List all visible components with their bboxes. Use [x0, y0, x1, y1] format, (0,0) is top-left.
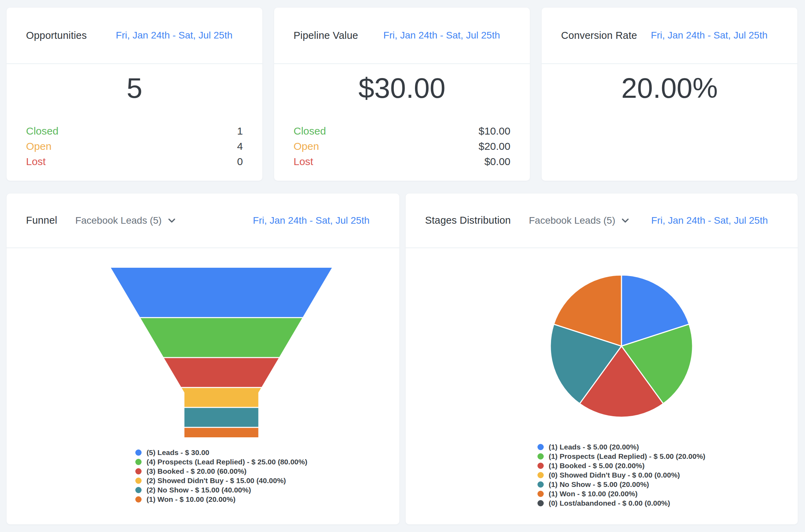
conversion-rate-total: 20.00% — [542, 74, 797, 102]
date-range[interactable]: Fri, Jan 24th - Sat, Jul 25th — [253, 215, 370, 226]
stages-legend: (1) Leads - $ 5.00 (20.00%)(1) Prospects… — [537, 442, 705, 508]
legend-item-4[interactable]: (2) No Show - $ 15.00 (40.00%) — [135, 485, 307, 495]
pipeline-value-breakdown: Closed $10.00 Open $20.00 Lost $0.00 — [294, 126, 510, 172]
funnel-segment-3[interactable] — [182, 388, 261, 407]
pipeline-selector[interactable]: Facebook Leads (5) — [75, 215, 176, 226]
stages-distribution-card-header: Stages Distribution Facebook Leads (5) F… — [406, 194, 798, 248]
pipeline-value-total: $30.00 — [274, 74, 530, 102]
lost-label: Lost — [26, 156, 46, 167]
stat-row-closed: Closed $10.00 — [294, 126, 510, 136]
conversion-rate-card-body: 20.00% — [542, 64, 797, 181]
legend-dot-icon — [537, 453, 544, 460]
stat-row-open: Open 4 — [26, 141, 243, 152]
legend-item-5[interactable]: (1) Won - $ 10.00 (20.00%) — [537, 489, 705, 498]
legend-item-6[interactable]: (0) Lost/abandoned - $ 0.00 (0.00%) — [537, 498, 705, 508]
opportunities-breakdown: Closed 1 Open 4 Lost 0 — [26, 126, 243, 172]
date-range[interactable]: Fri, Jan 24th - Sat, Jul 25th — [116, 30, 232, 41]
conversion-rate-card: Conversion Rate Fri, Jan 24th - Sat, Jul… — [542, 8, 797, 181]
legend-dot-icon — [135, 487, 142, 493]
legend-label: (0) Showed Didn't Buy - $ 0.00 (0.00%) — [549, 471, 680, 479]
closed-label: Closed — [294, 126, 326, 136]
legend-dot-icon — [135, 468, 142, 474]
pie-chart — [550, 274, 693, 418]
legend-item-5[interactable]: (1) Won - $ 10.00 (20.00%) — [135, 495, 307, 504]
pipeline-selector-label: Facebook Leads (5) — [75, 215, 162, 226]
legend-label: (1) No Show - $ 5.00 (20.00%) — [549, 480, 649, 489]
legend-item-1[interactable]: (4) Prospects (Lead Replied) - $ 25.00 (… — [135, 457, 307, 466]
legend-label: (2) No Show - $ 15.00 (40.00%) — [146, 486, 251, 494]
pipeline-value-card-header: Pipeline Value Fri, Jan 24th - Sat, Jul … — [274, 8, 530, 64]
date-range[interactable]: Fri, Jan 24th - Sat, Jul 25th — [651, 30, 768, 41]
legend-label: (1) Won - $ 10.00 (20.00%) — [146, 495, 235, 504]
lost-label: Lost — [294, 156, 313, 167]
funnel-card-body: (5) Leads - $ 30.00(4) Prospects (Lead R… — [7, 248, 399, 524]
legend-dot-icon — [135, 459, 142, 465]
legend-label: (1) Prospects (Lead Replied) - $ 5.00 (2… — [549, 452, 705, 461]
pipeline-value-card-body: $30.00 Closed $10.00 Open $20.00 Lost $0… — [274, 64, 530, 181]
charts-row: Funnel Facebook Leads (5) Fri, Jan 24th … — [7, 194, 797, 524]
legend-dot-icon — [135, 449, 142, 456]
funnel-legend: (5) Leads - $ 30.00(4) Prospects (Lead R… — [135, 448, 307, 504]
conversion-rate-card-header: Conversion Rate Fri, Jan 24th - Sat, Jul… — [542, 8, 797, 64]
legend-label: (1) Leads - $ 5.00 (20.00%) — [549, 443, 639, 451]
legend-label: (3) Booked - $ 20.00 (60.00%) — [146, 467, 246, 475]
legend-item-4[interactable]: (1) No Show - $ 5.00 (20.00%) — [537, 480, 705, 489]
pipeline-value-title: Pipeline Value — [294, 30, 358, 41]
closed-label: Closed — [26, 126, 58, 136]
opportunities-total: 5 — [7, 74, 262, 102]
funnel-chart — [107, 268, 336, 437]
legend-item-1[interactable]: (1) Prospects (Lead Replied) - $ 5.00 (2… — [537, 452, 705, 461]
funnel-segment-2[interactable] — [164, 358, 279, 387]
date-range[interactable]: Fri, Jan 24th - Sat, Jul 25th — [651, 215, 768, 226]
legend-item-0[interactable]: (1) Leads - $ 5.00 (20.00%) — [537, 442, 705, 452]
legend-item-0[interactable]: (5) Leads - $ 30.00 — [135, 448, 307, 457]
opportunities-card: Opportunities Fri, Jan 24th - Sat, Jul 2… — [7, 8, 262, 181]
funnel-segment-0[interactable] — [111, 268, 332, 317]
open-value: 4 — [237, 141, 243, 152]
stages-distribution-card-body: (1) Leads - $ 5.00 (20.00%)(1) Prospects… — [406, 248, 798, 524]
funnel-header-left: Funnel Facebook Leads (5) — [26, 215, 176, 226]
funnel-title: Funnel — [26, 215, 57, 226]
legend-item-2[interactable]: (1) Booked - $ 5.00 (20.00%) — [537, 461, 705, 470]
legend-dot-icon — [537, 491, 544, 497]
legend-item-2[interactable]: (3) Booked - $ 20.00 (60.00%) — [135, 466, 307, 476]
legend-item-3[interactable]: (2) Showed Didn't Buy - $ 15.00 (40.00%) — [135, 476, 307, 485]
date-range[interactable]: Fri, Jan 24th - Sat, Jul 25th — [383, 30, 500, 41]
legend-dot-icon — [537, 500, 544, 506]
conversion-rate-title: Conversion Rate — [561, 30, 637, 41]
opportunities-card-body: 5 Closed 1 Open 4 Lost 0 — [7, 64, 262, 181]
legend-dot-icon — [135, 496, 142, 503]
funnel-segment-5[interactable] — [185, 428, 259, 437]
legend-label: (1) Won - $ 10.00 (20.00%) — [549, 490, 637, 498]
pipeline-selector[interactable]: Facebook Leads (5) — [529, 215, 629, 226]
kpi-row: Opportunities Fri, Jan 24th - Sat, Jul 2… — [7, 8, 797, 181]
chevron-down-icon — [168, 218, 176, 223]
legend-dot-icon — [537, 444, 544, 450]
closed-value: 1 — [237, 126, 243, 136]
stat-row-closed: Closed 1 — [26, 126, 243, 136]
stages-distribution-card: Stages Distribution Facebook Leads (5) F… — [406, 194, 798, 524]
lost-value: $0.00 — [484, 156, 510, 167]
legend-dot-icon — [537, 472, 544, 478]
legend-label: (0) Lost/abandoned - $ 0.00 (0.00%) — [549, 499, 670, 507]
legend-dot-icon — [537, 463, 544, 469]
legend-label: (4) Prospects (Lead Replied) - $ 25.00 (… — [146, 458, 307, 466]
opportunities-card-header: Opportunities Fri, Jan 24th - Sat, Jul 2… — [7, 8, 262, 64]
legend-label: (5) Leads - $ 30.00 — [146, 448, 209, 457]
pipeline-value-card: Pipeline Value Fri, Jan 24th - Sat, Jul … — [274, 8, 530, 181]
legend-label: (1) Booked - $ 5.00 (20.00%) — [549, 462, 645, 470]
open-value: $20.00 — [478, 141, 510, 152]
legend-dot-icon — [135, 478, 142, 484]
stat-row-lost: Lost $0.00 — [294, 156, 510, 167]
opportunities-title: Opportunities — [26, 30, 87, 41]
funnel-segment-1[interactable] — [141, 318, 302, 357]
open-label: Open — [294, 141, 319, 152]
open-label: Open — [26, 141, 51, 152]
lost-value: 0 — [237, 156, 243, 167]
stages-header-left: Stages Distribution Facebook Leads (5) — [425, 215, 629, 226]
funnel-card: Funnel Facebook Leads (5) Fri, Jan 24th … — [7, 194, 399, 524]
legend-item-3[interactable]: (0) Showed Didn't Buy - $ 0.00 (0.00%) — [537, 470, 705, 480]
legend-label: (2) Showed Didn't Buy - $ 15.00 (40.00%) — [146, 477, 286, 485]
funnel-segment-4[interactable] — [185, 408, 259, 427]
legend-dot-icon — [537, 481, 544, 488]
